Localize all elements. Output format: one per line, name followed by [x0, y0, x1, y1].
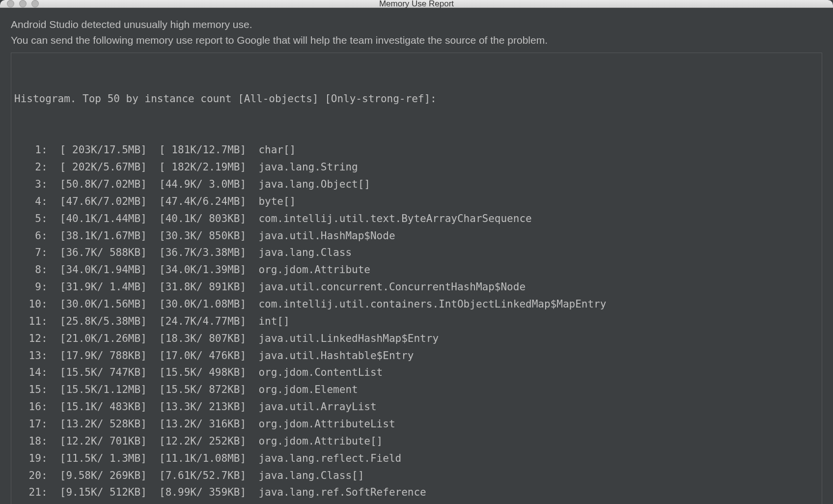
row-all-objects: [36.7K/ 588KB] [48, 244, 147, 261]
intro-line-1: Android Studio detected unusually high m… [11, 17, 822, 32]
row-index: 6: [13, 227, 48, 245]
row-index: 16: [13, 398, 48, 416]
row-all-objects: [15.5K/ 747KB] [48, 364, 147, 381]
maximize-window-icon[interactable] [31, 0, 39, 7]
row-all-objects: [50.8K/7.02MB] [48, 176, 147, 193]
row-index: 10: [13, 296, 48, 313]
dialog-content: Android Studio detected unusually high m… [0, 8, 833, 504]
row-index: 1: [13, 141, 48, 159]
row-strong-ref: [18.3K/ 807KB] [147, 330, 246, 347]
row-class-name: java.util.Hashtable$Entry [246, 347, 414, 364]
row-class-name: org.jdom.Attribute[] [246, 433, 383, 450]
row-strong-ref: [24.7K/4.77MB] [147, 313, 246, 330]
row-class-name: java.lang.reflect.Field [246, 450, 401, 467]
row-strong-ref: [44.9K/ 3.0MB] [147, 176, 246, 193]
row-class-name: java.lang.Object[] [246, 176, 370, 193]
row-strong-ref: [12.2K/ 252KB] [147, 433, 246, 450]
row-all-objects: [13.2K/ 528KB] [48, 416, 147, 433]
report-row: 11:[25.8K/5.38MB][24.7K/4.77MB]int[] [13, 313, 820, 330]
row-index: 18: [13, 433, 48, 450]
row-strong-ref: [47.4K/6.24MB] [147, 193, 246, 210]
report-row: 2:[ 202K/5.67MB][ 182K/2.19MB]java.lang.… [13, 159, 820, 176]
row-index: 4: [13, 193, 48, 210]
report-row: 19:[11.5K/ 1.3MB][11.1K/1.08MB]java.lang… [13, 450, 820, 467]
row-strong-ref: [13.2K/ 316KB] [147, 416, 246, 433]
row-strong-ref: [30.3K/ 850KB] [147, 227, 246, 245]
row-index: 7: [13, 244, 48, 261]
row-strong-ref: [7.61K/52.7KB] [147, 467, 246, 484]
row-strong-ref: [15.5K/ 872KB] [147, 381, 246, 398]
row-strong-ref: [8.99K/ 359KB] [147, 484, 246, 501]
row-class-name: int[] [246, 313, 290, 330]
row-class-name: org.jdom.Element [246, 381, 358, 398]
row-all-objects: [38.1K/1.67MB] [48, 227, 147, 245]
row-all-objects: [25.8K/5.38MB] [48, 313, 147, 330]
row-index: 5: [13, 210, 48, 227]
report-row: 20:[9.58K/ 269KB][7.61K/52.7KB]java.lang… [13, 467, 820, 484]
row-class-name: com.intellij.util.containers.IntObjectLi… [246, 296, 606, 313]
row-class-name: org.jdom.Attribute [246, 261, 370, 279]
report-row: 18:[12.2K/ 701KB][12.2K/ 252KB]org.jdom.… [13, 433, 820, 450]
intro-line-2: You can send the following memory use re… [11, 32, 822, 48]
report-row: 17:[13.2K/ 528KB][13.2K/ 316KB]org.jdom.… [13, 416, 820, 433]
row-all-objects: [31.9K/ 1.4MB] [48, 279, 147, 296]
report-row: 14:[15.5K/ 747KB][15.5K/ 498KB]org.jdom.… [13, 364, 820, 381]
row-class-name: java.lang.Class [246, 244, 352, 261]
row-strong-ref: [31.8K/ 891KB] [147, 279, 246, 296]
row-index: 3: [13, 176, 48, 193]
row-class-name: java.util.ArrayList [246, 398, 377, 416]
report-row: 6:[38.1K/1.67MB][30.3K/ 850KB]java.util.… [13, 227, 820, 245]
title-bar: Memory Use Report [0, 0, 833, 8]
row-all-objects: [17.9K/ 788KB] [48, 347, 147, 364]
row-index: 21: [13, 484, 48, 501]
row-class-name: com.intellij.util.text.ByteArrayCharSequ… [246, 210, 532, 227]
report-header: Histogram. Top 50 by instance count [All… [13, 90, 820, 108]
report-row: 1:[ 203K/17.5MB][ 181K/12.7MB]char[] [13, 141, 820, 159]
traffic-lights [0, 0, 39, 7]
window-title: Memory Use Report [379, 0, 454, 9]
report-row: 8:[34.0K/1.94MB][34.0K/1.39MB]org.jdom.A… [13, 261, 820, 279]
report-row: 16:[15.1K/ 483KB][13.3K/ 213KB]java.util… [13, 398, 820, 416]
row-strong-ref: [11.1K/1.08MB] [147, 450, 246, 467]
report-row: 5:[40.1K/1.44MB][40.1K/ 803KB]com.intell… [13, 210, 820, 227]
row-class-name: org.jdom.ContentList [246, 364, 383, 381]
row-all-objects: [12.2K/ 701KB] [48, 433, 147, 450]
row-all-objects: [30.0K/1.56MB] [48, 296, 147, 313]
row-index: 20: [13, 467, 48, 484]
row-index: 12: [13, 330, 48, 347]
row-class-name: java.lang.ref.SoftReference [246, 484, 426, 501]
report-row: 10:[30.0K/1.56MB][30.0K/1.08MB]com.intel… [13, 296, 820, 313]
row-all-objects: [9.58K/ 269KB] [48, 467, 147, 484]
report-row: 15:[15.5K/1.12MB][15.5K/ 872KB]org.jdom.… [13, 381, 820, 398]
row-strong-ref: [13.3K/ 213KB] [147, 398, 246, 416]
row-class-name: java.lang.String [246, 159, 358, 176]
row-strong-ref: [36.7K/3.38MB] [147, 244, 246, 261]
row-strong-ref: [15.5K/ 498KB] [147, 364, 246, 381]
report-row: 12:[21.0K/1.26MB][18.3K/ 807KB]java.util… [13, 330, 820, 347]
memory-report-textarea[interactable]: Histogram. Top 50 by instance count [All… [11, 53, 822, 504]
row-all-objects: [47.6K/7.02MB] [48, 193, 147, 210]
row-index: 13: [13, 347, 48, 364]
report-row: 13:[17.9K/ 788KB][17.0K/ 476KB]java.util… [13, 347, 820, 364]
row-class-name: char[] [246, 141, 296, 159]
row-all-objects: [9.15K/ 512KB] [48, 484, 147, 501]
minimize-window-icon[interactable] [19, 0, 27, 7]
row-all-objects: [11.5K/ 1.3MB] [48, 450, 147, 467]
row-strong-ref: [ 181K/12.7MB] [147, 141, 246, 159]
row-strong-ref: [ 182K/2.19MB] [147, 159, 246, 176]
row-class-name: java.util.LinkedHashMap$Entry [246, 330, 439, 347]
row-index: 15: [13, 381, 48, 398]
close-window-icon[interactable] [7, 0, 14, 7]
row-all-objects: [40.1K/1.44MB] [48, 210, 147, 227]
row-strong-ref: [30.0K/1.08MB] [147, 296, 246, 313]
report-row: 7:[36.7K/ 588KB][36.7K/3.38MB]java.lang.… [13, 244, 820, 261]
row-index: 19: [13, 450, 48, 467]
report-rows: 1:[ 203K/17.5MB][ 181K/12.7MB]char[]2:[ … [13, 141, 820, 501]
report-row: 21:[9.15K/ 512KB][8.99K/ 359KB]java.lang… [13, 484, 820, 501]
row-index: 17: [13, 416, 48, 433]
row-class-name: byte[] [246, 193, 296, 210]
row-all-objects: [ 203K/17.5MB] [48, 141, 147, 159]
row-index: 8: [13, 261, 48, 279]
report-row: 3:[50.8K/7.02MB][44.9K/ 3.0MB]java.lang.… [13, 176, 820, 193]
row-class-name: java.util.concurrent.ConcurrentHashMap$N… [246, 279, 526, 296]
